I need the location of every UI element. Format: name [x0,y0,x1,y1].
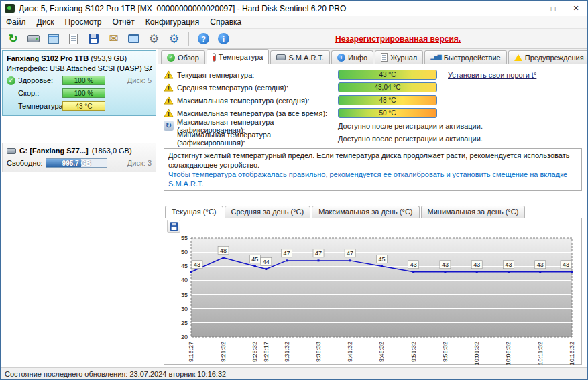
chart-tab-min[interactable]: Минимальная за день (°C) [421,206,526,218]
disk-size: (953,9 GB) [91,54,127,62]
svg-text:47: 47 [284,250,290,257]
svg-text:48: 48 [220,247,227,254]
close-button[interactable]: ✕ [565,1,587,16]
recorded-temperature-icon: ↻ [164,121,174,131]
svg-text:10:06:32: 10:06:32 [505,342,512,365]
max-recorded-value: Доступно после регистрации и активации. [338,122,483,130]
title-bar[interactable]: Диск: 5, Fanxiang S102 Pro 1TB [MX_00000… [1,1,587,16]
free-space-row: Свободно: 995.7 GB Диск: 3 [7,158,152,168]
main-tab-bar: ✓ Обзор Температура S.M.A.R.T. i Инфо [158,49,587,64]
svg-text:20: 20 [181,334,188,340]
chart-tab-max[interactable]: Максимальная за день (°C) [312,206,419,218]
toolbar: ↻ ✉ ⚙ ⚙ ? i Незарегистрированная версия. [1,29,587,49]
disk-title: Fanxiang S102 Pro 1TB (953,9 GB) [7,54,152,62]
partition-size: (1863,0 GB) [92,147,132,155]
thermometer-icon [213,53,216,62]
unregistered-version-link[interactable]: Незарегистрированная версия. [335,34,461,44]
notice-calibration-link[interactable]: Чтобы температура отображалась правильно… [168,170,577,188]
svg-text:9:16:27: 9:16:27 [188,342,194,362]
surface-test-icon[interactable] [44,30,62,47]
save-chart-button[interactable] [167,220,180,233]
min-recorded-label: Минимальная температура (зафиксированная… [177,131,338,147]
svg-text:45: 45 [181,263,188,269]
svg-text:43: 43 [442,261,449,268]
tab-overview[interactable]: ✓ Обзор [161,50,205,64]
performance-row: Скор.: 100 % [7,88,152,98]
menu-report[interactable]: Отчёт [107,16,139,28]
main-area: ✓ Обзор Температура S.M.A.R.T. i Инфо [158,49,587,367]
menu-disk[interactable]: Диск [32,16,60,28]
refresh-icon[interactable]: ↻ [4,30,22,47]
menu-view[interactable]: Просмотр [60,16,107,28]
partition-panel[interactable]: G: [Fanxiang S77...] (1863,0 GB) Свободн… [2,143,156,172]
health-meter: 100 % [62,76,105,85]
disk-name: Fanxiang S102 Pro 1TB [7,54,89,62]
svg-text:35: 35 [181,292,188,298]
tab-info[interactable]: i Инфо [331,50,373,64]
svg-text:25: 25 [181,320,188,326]
overview-check-icon: ✓ [167,54,175,62]
help-icon[interactable]: ? [194,30,213,47]
svg-text:9:21:32: 9:21:32 [220,342,227,362]
tab-temperature[interactable]: Температура [207,49,270,64]
menu-configuration[interactable]: Конфигурация [140,16,205,28]
svg-text:9:51:32: 9:51:32 [410,342,417,362]
min-recorded-value: Доступно после регистрации и активации. [338,135,483,143]
temp-row-min-recorded: Минимальная температура (зафиксированная… [164,132,582,145]
last-update-status: Состояние последнего обновления: 23.07.2… [5,370,226,378]
svg-text:45: 45 [251,256,258,263]
temperature-meter: 43 °C [62,101,105,111]
health-check-icon: ✓ [7,76,15,85]
performance-label: Скор.: [18,89,62,97]
sidebar-gap [1,117,158,141]
health-label: Здоровье: [18,76,62,84]
tab-smart[interactable]: S.M.A.R.T. [270,50,330,64]
monitor-icon[interactable] [125,30,143,47]
minimize-button[interactable]: ─ [519,1,542,16]
menu-help[interactable]: Справка [204,16,247,28]
max-today-label: Максимальная температура (сегодня): [177,97,338,105]
temp-row-max-today: ! Максимальная температура (сегодня): 48… [164,94,582,107]
max-ever-label: Максимальная температура (за всё время): [177,109,338,117]
partition-drive-icon [7,148,16,154]
tab-performance[interactable]: ▂▅▇ Быстродействие [424,50,506,64]
free-space-label: Свободно: [7,159,46,167]
temperature-label: Температура: [18,102,62,110]
svg-text:43: 43 [563,261,569,268]
report-icon[interactable] [64,30,82,47]
temperature-chart: 2025303540455055439:16:27489:21:32459:26… [167,233,577,367]
svg-text:43: 43 [410,261,417,268]
rescan-disks-icon[interactable] [24,30,42,47]
max-today-bar: 48 °C [338,95,437,105]
chart-tab-average[interactable]: Средняя за день (°C) [225,206,311,218]
chart-area: Текущая (°C) Средняя за день (°C) Максим… [164,206,582,365]
window-title: Диск: 5, Fanxiang S102 Pro 1TB [MX_00000… [19,4,519,13]
svg-text:9:26:32: 9:26:32 [251,342,258,362]
status-bar: Состояние последнего обновления: 23.07.2… [1,367,587,379]
disk-panel-selected[interactable]: Fanxiang S102 Pro 1TB (953,9 GB) Интерфе… [2,50,156,116]
svg-text:9:41:32: 9:41:32 [347,342,353,362]
toolbar-separator [188,32,189,46]
warning-icon: ! [164,70,174,79]
info-icon[interactable]: i [215,30,233,47]
tab-log[interactable]: Журнал [375,50,423,64]
svg-text:30: 30 [181,306,188,312]
save-report-icon[interactable] [84,30,103,47]
health-row: ✓ Здоровье: 100 % Диск: 5 [7,76,152,85]
free-space-bar: 995.7 GB [46,158,107,168]
svg-text:9:56:32: 9:56:32 [442,342,449,362]
preferences-gear-icon[interactable]: ⚙ [165,30,183,47]
smart-drive-icon [276,54,286,60]
svg-text:40: 40 [181,277,188,283]
settings-gear-icon[interactable]: ⚙ [145,30,163,47]
chart-tab-current[interactable]: Текущая (°C) [165,206,223,218]
app-window: Диск: 5, Fanxiang S102 Pro 1TB [MX_00000… [0,0,588,380]
email-report-icon[interactable]: ✉ [105,30,123,47]
svg-text:10:11:32: 10:11:32 [537,342,544,365]
temp-row-current: ! Текущая температура: 43 °C Установить … [164,68,582,81]
set-thresholds-link[interactable]: Установить свои пороги t° [448,71,536,79]
menu-file[interactable]: Файл [1,16,32,28]
tab-alerts[interactable]: Предупреждения [508,50,588,64]
maximize-button[interactable]: □ [542,1,565,16]
svg-text:43: 43 [505,261,512,268]
